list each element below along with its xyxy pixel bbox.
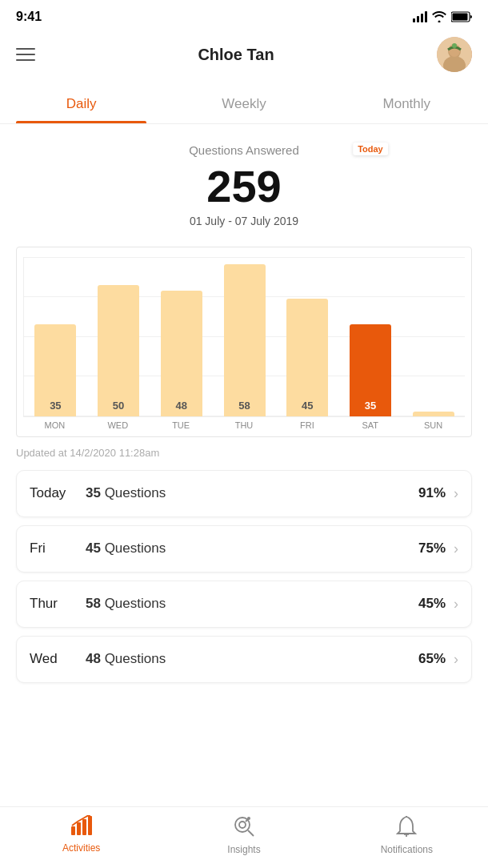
nav-notifications-label: Notifications <box>381 844 433 855</box>
svg-rect-8 <box>77 822 81 835</box>
bar-group-fri: 45 <box>276 257 339 416</box>
bar-sun[interactable] <box>413 412 454 416</box>
list-item-day: Fri <box>30 540 86 557</box>
main-content: Questions Answered 259 01 July - 07 July… <box>0 124 488 683</box>
bar-value-wed: 50 <box>113 400 124 412</box>
nav-activities[interactable]: Activities <box>0 815 162 855</box>
updated-text: Updated at 14/2/2020 11:28am <box>16 447 472 459</box>
bar-group-wed: 50 <box>87 257 150 416</box>
status-icons <box>413 11 472 22</box>
bar-value-mon: 35 <box>50 400 61 412</box>
bar-value-sat: 35 <box>365 400 376 412</box>
svg-rect-9 <box>82 819 86 835</box>
chart-day-sat: SAT <box>338 420 402 430</box>
bar-fri[interactable]: 45 <box>286 299 328 416</box>
questions-date: 01 July - 07 July 2019 <box>16 215 472 227</box>
list-item-questions: 45 Questions <box>86 540 418 557</box>
list-item-day: Today <box>30 485 86 501</box>
chart-day-wed: WED <box>86 420 150 430</box>
svg-point-14 <box>239 822 246 828</box>
nav-notifications[interactable]: Notifications <box>326 815 488 855</box>
signal-icon <box>413 11 427 22</box>
bar-value-fri: 45 <box>302 400 313 412</box>
bottom-nav: Activities Insights Notifications <box>0 806 488 868</box>
bar-group-tue: 48 <box>150 257 213 416</box>
list-item-questions: 35 Questions <box>86 485 418 501</box>
tab-daily[interactable]: Daily <box>0 85 162 123</box>
svg-rect-7 <box>71 826 75 835</box>
list-item-day: Thur <box>30 596 86 612</box>
chart-day-mon: MON <box>23 420 86 430</box>
status-bar: 9:41 <box>0 0 488 30</box>
nav-insights[interactable]: Insights <box>162 815 325 855</box>
battery-icon <box>451 11 472 22</box>
tabs: Daily Weekly Monthly <box>0 85 488 124</box>
activities-icon <box>70 815 93 839</box>
chevron-right-icon: › <box>454 596 458 613</box>
bar-sat[interactable]: 35 <box>350 324 391 416</box>
list-item-questions: 48 Questions <box>86 651 418 667</box>
list-item-questions: 58 Questions <box>86 596 418 612</box>
bar-tue[interactable]: 48 <box>161 291 202 416</box>
wifi-icon <box>432 11 446 22</box>
svg-point-6 <box>452 43 457 48</box>
insights-icon <box>233 815 255 841</box>
bar-group-thu: 58 <box>213 257 276 416</box>
chevron-right-icon: › <box>454 651 458 668</box>
chevron-right-icon: › <box>454 485 458 502</box>
bar-mon[interactable]: 35 <box>34 324 76 416</box>
list-item-percent: 75% <box>418 540 446 557</box>
list-item-1[interactable]: Fri 45 Questions 75% › <box>16 525 472 573</box>
svg-point-16 <box>247 817 250 820</box>
chart-day-sun: SUN <box>402 420 465 430</box>
chart-day-tue: TUE <box>150 420 213 430</box>
bar-group-sat: Today35 <box>339 257 402 416</box>
avatar-image <box>437 37 472 72</box>
avatar[interactable] <box>437 37 472 72</box>
questions-label: Questions Answered <box>16 143 472 157</box>
today-label: Today <box>353 143 388 155</box>
chart-grid: 3550485845Today35 <box>23 257 465 417</box>
list-item-percent: 91% <box>418 485 446 501</box>
status-time: 9:41 <box>16 10 42 24</box>
chevron-right-icon: › <box>454 540 458 557</box>
bar-group-mon: 35 <box>24 257 87 416</box>
nav-activities-label: Activities <box>62 842 100 854</box>
svg-rect-10 <box>88 816 92 835</box>
chart-container: 3550485845Today35 MONWEDTUETHUFRISATSUN <box>16 247 472 437</box>
list-item-percent: 65% <box>418 651 446 667</box>
list-item-day: Wed <box>30 651 86 667</box>
bar-thu[interactable]: 58 <box>224 264 266 416</box>
tab-monthly[interactable]: Monthly <box>326 85 488 123</box>
chart-day-fri: FRI <box>275 420 338 430</box>
bar-wed[interactable]: 50 <box>98 285 139 416</box>
list-item-3[interactable]: Wed 48 Questions 65% › <box>16 636 472 683</box>
notifications-icon <box>396 815 417 841</box>
svg-rect-1 <box>453 14 468 21</box>
header-title: Chloe Tan <box>198 46 274 64</box>
menu-button[interactable] <box>16 48 35 61</box>
questions-number: 259 <box>16 162 472 211</box>
chart-labels: MONWEDTUETHUFRISATSUN <box>23 420 465 430</box>
nav-insights-label: Insights <box>227 844 260 855</box>
bar-value-thu: 58 <box>238 400 250 412</box>
tab-weekly[interactable]: Weekly <box>162 85 325 123</box>
bar-group-sun <box>402 257 465 416</box>
chart-day-thu: THU <box>213 420 276 430</box>
list-item-2[interactable]: Thur 58 Questions 45% › <box>16 581 472 628</box>
list-item-percent: 45% <box>418 596 446 612</box>
questions-section: Questions Answered 259 01 July - 07 July… <box>16 137 472 240</box>
header: Chloe Tan <box>0 30 488 85</box>
bar-value-tue: 48 <box>176 400 187 412</box>
svg-line-13 <box>248 830 254 836</box>
list-item-0[interactable]: Today 35 Questions 91% › <box>16 470 472 517</box>
list-items: Today 35 Questions 91% › Fri 45 Question… <box>16 470 472 683</box>
